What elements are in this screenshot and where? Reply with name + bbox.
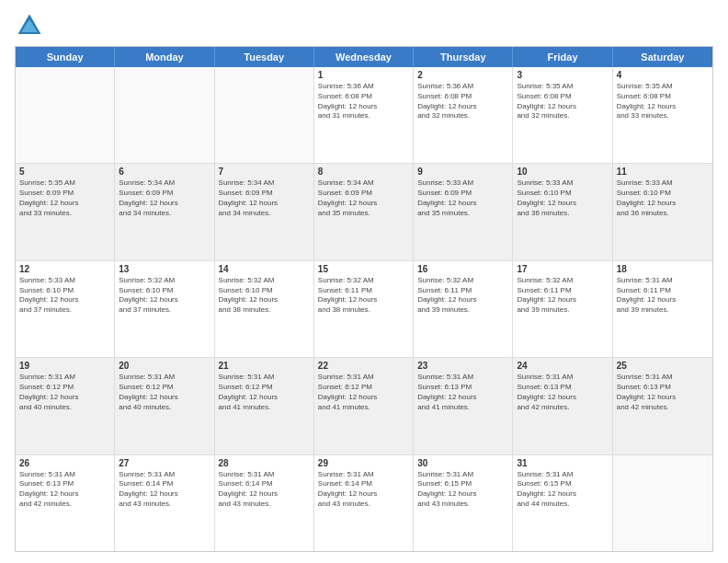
logo (15, 11, 48, 40)
cell-info: Sunrise: 5:31 AMSunset: 6:12 PMDaylight:… (318, 373, 409, 412)
day-number: 13 (119, 264, 210, 274)
day-number: 21 (219, 361, 310, 371)
day-number: 15 (318, 264, 409, 274)
cell-info: Sunrise: 5:31 AMSunset: 6:13 PMDaylight:… (617, 373, 709, 412)
calendar-row-3: 19Sunrise: 5:31 AMSunset: 6:12 PMDayligh… (16, 358, 712, 454)
calendar-row-1: 5Sunrise: 5:35 AMSunset: 6:09 PMDaylight… (16, 164, 712, 260)
calendar-cell-21: 21Sunrise: 5:31 AMSunset: 6:12 PMDayligh… (215, 358, 314, 454)
header (15, 11, 713, 40)
cell-info: Sunrise: 5:31 AMSunset: 6:13 PMDaylight:… (19, 470, 110, 510)
calendar-cell-10: 10Sunrise: 5:33 AMSunset: 6:10 PMDayligh… (513, 164, 612, 259)
cell-info: Sunrise: 5:36 AMSunset: 6:08 PMDaylight:… (417, 82, 508, 121)
day-number: 28 (219, 458, 310, 468)
cell-info: Sunrise: 5:31 AMSunset: 6:14 PMDaylight:… (219, 470, 310, 510)
calendar-cell-27: 27Sunrise: 5:31 AMSunset: 6:14 PMDayligh… (115, 455, 214, 551)
day-number: 18 (617, 264, 709, 274)
cell-info: Sunrise: 5:32 AMSunset: 6:11 PMDaylight:… (517, 276, 608, 316)
calendar-cell-empty-6 (613, 455, 712, 551)
calendar-cell-11: 11Sunrise: 5:33 AMSunset: 6:10 PMDayligh… (613, 164, 712, 259)
day-number: 2 (417, 70, 508, 80)
header-day-tuesday: Tuesday (215, 47, 314, 67)
cell-info: Sunrise: 5:31 AMSunset: 6:12 PMDaylight:… (19, 373, 110, 412)
cell-info: Sunrise: 5:32 AMSunset: 6:11 PMDaylight:… (417, 276, 508, 316)
day-number: 20 (119, 361, 210, 371)
cell-info: Sunrise: 5:35 AMSunset: 6:08 PMDaylight:… (617, 82, 709, 121)
cell-info: Sunrise: 5:34 AMSunset: 6:09 PMDaylight:… (219, 178, 310, 218)
calendar-cell-22: 22Sunrise: 5:31 AMSunset: 6:12 PMDayligh… (314, 358, 414, 454)
day-number: 7 (219, 167, 310, 177)
calendar-cell-13: 13Sunrise: 5:32 AMSunset: 6:10 PMDayligh… (115, 261, 214, 357)
cell-info: Sunrise: 5:33 AMSunset: 6:10 PMDaylight:… (19, 276, 110, 316)
day-number: 3 (517, 70, 608, 80)
cell-info: Sunrise: 5:33 AMSunset: 6:09 PMDaylight:… (417, 178, 508, 218)
calendar-header: SundayMondayTuesdayWednesdayThursdayFrid… (16, 47, 712, 67)
cell-info: Sunrise: 5:34 AMSunset: 6:09 PMDaylight:… (318, 178, 409, 218)
header-day-friday: Friday (513, 47, 612, 67)
header-day-saturday: Saturday (613, 47, 712, 67)
cell-info: Sunrise: 5:35 AMSunset: 6:09 PMDaylight:… (19, 178, 110, 218)
cell-info: Sunrise: 5:32 AMSunset: 6:11 PMDaylight:… (318, 276, 409, 316)
page: SundayMondayTuesdayWednesdayThursdayFrid… (0, 0, 728, 563)
day-number: 25 (617, 361, 709, 371)
day-number: 10 (517, 167, 608, 177)
calendar: SundayMondayTuesdayWednesdayThursdayFrid… (15, 46, 713, 552)
calendar-cell-20: 20Sunrise: 5:31 AMSunset: 6:12 PMDayligh… (115, 358, 214, 454)
calendar-cell-23: 23Sunrise: 5:31 AMSunset: 6:13 PMDayligh… (414, 358, 513, 454)
cell-info: Sunrise: 5:31 AMSunset: 6:13 PMDaylight:… (517, 373, 608, 412)
day-number: 1 (318, 70, 409, 80)
day-number: 31 (517, 458, 608, 468)
day-number: 19 (19, 361, 110, 371)
cell-info: Sunrise: 5:32 AMSunset: 6:10 PMDaylight:… (219, 276, 310, 316)
calendar-cell-31: 31Sunrise: 5:31 AMSunset: 6:15 PMDayligh… (513, 455, 612, 551)
day-number: 11 (617, 167, 709, 177)
header-day-monday: Monday (115, 47, 214, 67)
cell-info: Sunrise: 5:32 AMSunset: 6:10 PMDaylight:… (119, 276, 210, 316)
calendar-cell-14: 14Sunrise: 5:32 AMSunset: 6:10 PMDayligh… (215, 261, 314, 357)
calendar-row-0: 1Sunrise: 5:36 AMSunset: 6:08 PMDaylight… (16, 67, 712, 164)
cell-info: Sunrise: 5:31 AMSunset: 6:15 PMDaylight:… (517, 470, 608, 510)
day-number: 14 (219, 264, 310, 274)
calendar-cell-24: 24Sunrise: 5:31 AMSunset: 6:13 PMDayligh… (513, 358, 612, 454)
day-number: 27 (119, 458, 210, 468)
calendar-cell-16: 16Sunrise: 5:32 AMSunset: 6:11 PMDayligh… (414, 261, 513, 357)
logo-icon (15, 11, 44, 40)
calendar-cell-28: 28Sunrise: 5:31 AMSunset: 6:14 PMDayligh… (215, 455, 314, 551)
calendar-cell-30: 30Sunrise: 5:31 AMSunset: 6:15 PMDayligh… (414, 455, 513, 551)
cell-info: Sunrise: 5:31 AMSunset: 6:14 PMDaylight:… (318, 470, 409, 510)
calendar-cell-7: 7Sunrise: 5:34 AMSunset: 6:09 PMDaylight… (215, 164, 314, 259)
calendar-cell-empty-2 (215, 67, 314, 163)
cell-info: Sunrise: 5:33 AMSunset: 6:10 PMDaylight:… (517, 178, 608, 218)
day-number: 26 (19, 458, 110, 468)
day-number: 4 (617, 70, 709, 80)
calendar-cell-17: 17Sunrise: 5:32 AMSunset: 6:11 PMDayligh… (513, 261, 612, 357)
cell-info: Sunrise: 5:33 AMSunset: 6:10 PMDaylight:… (617, 178, 709, 218)
calendar-cell-3: 3Sunrise: 5:35 AMSunset: 6:08 PMDaylight… (513, 67, 612, 163)
cell-info: Sunrise: 5:36 AMSunset: 6:08 PMDaylight:… (318, 82, 409, 121)
calendar-cell-4: 4Sunrise: 5:35 AMSunset: 6:08 PMDaylight… (613, 67, 712, 163)
day-number: 24 (517, 361, 608, 371)
day-number: 17 (517, 264, 608, 274)
day-number: 9 (417, 167, 508, 177)
cell-info: Sunrise: 5:31 AMSunset: 6:12 PMDaylight:… (219, 373, 310, 412)
cell-info: Sunrise: 5:31 AMSunset: 6:11 PMDaylight:… (617, 276, 709, 316)
day-number: 29 (318, 458, 409, 468)
day-number: 5 (19, 167, 110, 177)
cell-info: Sunrise: 5:31 AMSunset: 6:14 PMDaylight:… (119, 470, 210, 510)
cell-info: Sunrise: 5:35 AMSunset: 6:08 PMDaylight:… (517, 82, 608, 121)
day-number: 22 (318, 361, 409, 371)
calendar-cell-9: 9Sunrise: 5:33 AMSunset: 6:09 PMDaylight… (414, 164, 513, 259)
calendar-cell-1: 1Sunrise: 5:36 AMSunset: 6:08 PMDaylight… (314, 67, 414, 163)
header-day-wednesday: Wednesday (314, 47, 414, 67)
cell-info: Sunrise: 5:31 AMSunset: 6:12 PMDaylight:… (119, 373, 210, 412)
calendar-cell-29: 29Sunrise: 5:31 AMSunset: 6:14 PMDayligh… (314, 455, 414, 551)
calendar-cell-12: 12Sunrise: 5:33 AMSunset: 6:10 PMDayligh… (16, 261, 115, 357)
day-number: 12 (19, 264, 110, 274)
day-number: 6 (119, 167, 210, 177)
calendar-cell-26: 26Sunrise: 5:31 AMSunset: 6:13 PMDayligh… (16, 455, 115, 551)
cell-info: Sunrise: 5:31 AMSunset: 6:13 PMDaylight:… (417, 373, 508, 412)
cell-info: Sunrise: 5:31 AMSunset: 6:15 PMDaylight:… (417, 470, 508, 510)
header-day-thursday: Thursday (414, 47, 513, 67)
calendar-cell-empty-0 (16, 67, 115, 163)
calendar-cell-2: 2Sunrise: 5:36 AMSunset: 6:08 PMDaylight… (414, 67, 513, 163)
day-number: 23 (417, 361, 508, 371)
